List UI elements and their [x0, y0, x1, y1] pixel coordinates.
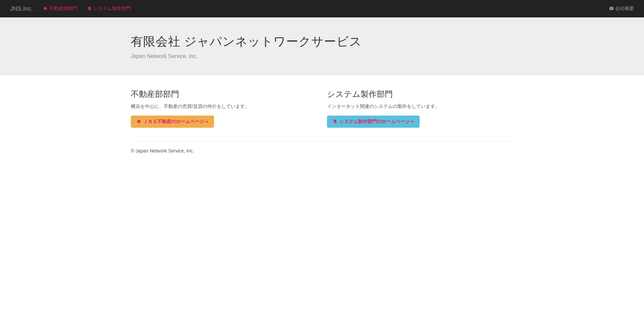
envelope-icon: [609, 6, 614, 12]
nav-item-label: システム製作部門: [93, 6, 131, 12]
nav-item-label: 会社概要: [615, 6, 634, 12]
nav-item-label: 不動産部部門: [49, 6, 77, 12]
section-realestate: 不動産部部門 横浜を中心に、不動産の売買/賃貸の仲介をしています。 ＪＮＳ不動産…: [126, 89, 322, 128]
system-homepage-button[interactable]: システム制作部門のホームページ »: [327, 116, 420, 128]
nav-item-company[interactable]: 会社概要: [604, 1, 639, 17]
navbar: JNS,Inc. 不動産部部門 システム製作部門 会社概要: [0, 0, 644, 17]
button-label: ＪＮＳ不動産のホームページ »: [143, 119, 208, 125]
home-icon: [137, 119, 141, 125]
hdd-icon: [333, 119, 337, 125]
nav-item-system[interactable]: システム製作部門: [82, 1, 136, 17]
footer: © Japan Network Service, Inc.: [131, 148, 513, 173]
divider: [131, 141, 513, 141]
footer-text: © Japan Network Service, Inc.: [131, 148, 513, 153]
jumbotron: 有限会社 ジャパンネットワークサービス Japan Network Servic…: [0, 17, 644, 75]
hdd-icon: [87, 6, 92, 12]
nav-item-realestate[interactable]: 不動産部部門: [38, 1, 82, 17]
section-heading: 不動産部部門: [131, 89, 317, 100]
section-text: 横浜を中心に、不動産の売買/賃貸の仲介をしています。: [131, 104, 317, 110]
brand-link[interactable]: JNS,Inc.: [5, 0, 38, 17]
home-icon: [43, 6, 48, 12]
page-subtitle: Japan Network Service, Inc.: [131, 53, 513, 59]
nav-left: JNS,Inc. 不動産部部門 システム製作部門: [5, 0, 136, 17]
section-heading: システム製作部門: [327, 89, 513, 100]
section-system: システム製作部門 インターネット関連のシステムの製作をしています。 システム制作…: [322, 89, 518, 128]
main-content: 不動産部部門 横浜を中心に、不動産の売買/賃貸の仲介をしています。 ＪＮＳ不動産…: [126, 75, 518, 173]
realestate-homepage-button[interactable]: ＪＮＳ不動産のホームページ »: [131, 116, 214, 128]
nav-right: 会社概要: [604, 1, 639, 17]
button-label: システム制作部門のホームページ »: [339, 119, 414, 125]
page-title: 有限会社 ジャパンネットワークサービス: [131, 34, 513, 50]
section-text: インターネット関連のシステムの製作をしています。: [327, 104, 513, 110]
